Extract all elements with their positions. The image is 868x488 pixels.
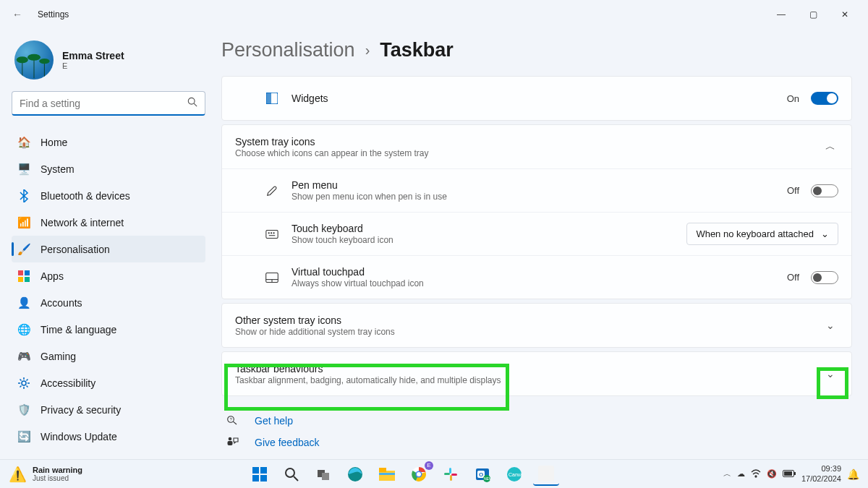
virtual-touchpad-row[interactable]: Virtual touchpad Always show virtual tou…	[222, 255, 851, 299]
chrome-icon[interactable]: E	[406, 463, 432, 486]
system-icon: 🖥️	[17, 163, 30, 176]
sidebar-item-windows-update[interactable]: 🔄Windows Update	[12, 423, 205, 450]
svg-rect-45	[450, 475, 452, 481]
gaming-icon: 🎮	[17, 350, 30, 363]
time-language-icon: 🌐	[17, 323, 30, 336]
start-button[interactable]	[247, 463, 273, 486]
feedback-icon	[227, 436, 240, 450]
system-tray-header[interactable]: System tray icons Choose which icons can…	[222, 125, 851, 168]
sidebar-item-label: Privacy & security	[41, 404, 121, 416]
svg-rect-10	[18, 277, 23, 282]
sidebar-item-privacy-security[interactable]: 🛡️Privacy & security	[12, 396, 205, 423]
svg-rect-43	[449, 468, 451, 474]
widgets-toggle[interactable]	[811, 92, 838, 105]
svg-rect-54	[538, 466, 554, 481]
svg-rect-9	[25, 270, 30, 275]
svg-rect-8	[18, 270, 23, 275]
widgets-card[interactable]: Widgets On	[221, 76, 852, 121]
bluetooth-icon	[17, 189, 30, 202]
svg-point-6	[188, 98, 195, 104]
taskbar-behaviours-card[interactable]: Taskbar behaviours Taskbar alignment, ba…	[221, 351, 852, 396]
breadcrumb-current: Taskbar	[380, 39, 454, 61]
taskbar: ⚠️ Rain warning Just issued E ONEW Canva…	[0, 459, 868, 488]
pen-icon	[264, 184, 280, 197]
other-systray-card[interactable]: Other system tray icons Show or hide add…	[221, 303, 852, 348]
pen-menu-row[interactable]: Pen menu Show pen menu icon when pen is …	[222, 168, 851, 212]
update-icon: 🔄	[17, 430, 30, 443]
notifications-icon[interactable]: 🔔	[847, 468, 859, 480]
breadcrumb-root[interactable]: Personalisation	[221, 39, 355, 61]
touch-keyboard-row[interactable]: Touch keyboard Show touch keyboard icon …	[222, 212, 851, 255]
chevron-down-icon: ⌄	[822, 320, 838, 331]
svg-text:O: O	[479, 471, 483, 478]
sidebar-item-accessibility[interactable]: Accessibility	[12, 369, 205, 396]
onedrive-icon[interactable]: ☁	[737, 469, 745, 479]
get-help-link[interactable]: ? Get help	[227, 410, 852, 432]
widgets-state: On	[787, 93, 799, 104]
svg-rect-44	[444, 473, 450, 475]
sidebar-item-system[interactable]: 🖥️System	[12, 155, 205, 182]
chevron-down-icon: ⌄	[821, 228, 829, 239]
pen-toggle[interactable]	[811, 184, 838, 197]
search-input[interactable]	[20, 98, 187, 109]
canva-icon[interactable]: Canva	[501, 463, 527, 486]
wifi-icon[interactable]	[751, 469, 761, 479]
breadcrumb: Personalisation › Taskbar	[221, 29, 852, 76]
svg-rect-29	[260, 467, 267, 474]
svg-point-5	[39, 59, 49, 64]
tray-chevron-icon[interactable]: ︿	[723, 468, 731, 479]
app-icon[interactable]	[533, 463, 559, 486]
sidebar-item-accounts[interactable]: 👤Accounts	[12, 289, 205, 316]
edge-icon[interactable]	[342, 463, 368, 486]
sidebar-item-bluetooth-devices[interactable]: Bluetooth & devices	[12, 182, 205, 209]
home-icon: 🏠	[17, 136, 30, 149]
touchpad-toggle[interactable]	[811, 271, 838, 284]
taskview-icon[interactable]	[310, 463, 336, 486]
apps-icon	[17, 270, 30, 283]
svg-line-7	[194, 103, 197, 106]
sidebar-item-gaming[interactable]: 🎮Gaming	[12, 343, 205, 369]
nav-list: 🏠Home🖥️SystemBluetooth & devices📶Network…	[12, 129, 205, 450]
privacy-icon: 🛡️	[17, 403, 30, 416]
svg-point-19	[273, 232, 274, 233]
profile-block[interactable]: Emma Street E	[12, 35, 205, 91]
svg-rect-46	[451, 474, 457, 476]
svg-point-18	[271, 232, 272, 233]
battery-icon[interactable]	[783, 470, 796, 479]
sidebar-item-label: Personalisation	[41, 244, 110, 255]
give-feedback-link[interactable]: Give feedback	[227, 432, 852, 453]
search-taskbar-icon[interactable]	[278, 463, 305, 486]
svg-rect-30	[252, 475, 259, 481]
sidebar-item-time-language[interactable]: 🌐Time & language	[12, 316, 205, 343]
svg-text:?: ?	[229, 417, 232, 421]
search-box[interactable]	[12, 91, 205, 116]
svg-point-42	[417, 472, 421, 476]
sidebar-item-home[interactable]: 🏠Home	[12, 129, 205, 155]
weather-icon: ⚠️	[9, 466, 27, 483]
touchpad-icon	[264, 273, 280, 283]
weather-widget[interactable]: ⚠️ Rain warning Just issued	[9, 466, 82, 483]
clock[interactable]: 09:39 17/02/2024	[801, 464, 841, 483]
maximize-button[interactable]: ▢	[797, 9, 829, 20]
close-button[interactable]: ✕	[829, 9, 861, 20]
svg-rect-58	[784, 471, 792, 476]
svg-point-12	[22, 381, 26, 385]
touch-keyboard-dropdown[interactable]: When no keyboard attached ⌄	[686, 223, 838, 245]
content-area: Personalisation › Taskbar Widgets On Sys…	[217, 29, 868, 459]
volume-icon[interactable]: 🔇	[767, 469, 777, 479]
svg-line-33	[294, 476, 298, 481]
window-title: Settings	[38, 9, 69, 20]
sidebar-item-label: Time & language	[41, 324, 116, 335]
explorer-icon[interactable]	[374, 463, 400, 486]
svg-rect-14	[266, 93, 271, 104]
sidebar-item-label: Windows Update	[41, 431, 117, 442]
slack-icon[interactable]	[438, 463, 464, 486]
svg-rect-28	[252, 467, 259, 474]
svg-rect-31	[260, 475, 267, 481]
back-button[interactable]: ←	[7, 9, 27, 20]
sidebar-item-personalisation[interactable]: 🖌️Personalisation	[12, 236, 205, 262]
minimize-button[interactable]: —	[765, 9, 797, 20]
sidebar-item-apps[interactable]: Apps	[12, 262, 205, 289]
sidebar-item-network-internet[interactable]: 📶Network & internet	[12, 209, 205, 236]
outlook-icon[interactable]: ONEW	[469, 463, 495, 486]
